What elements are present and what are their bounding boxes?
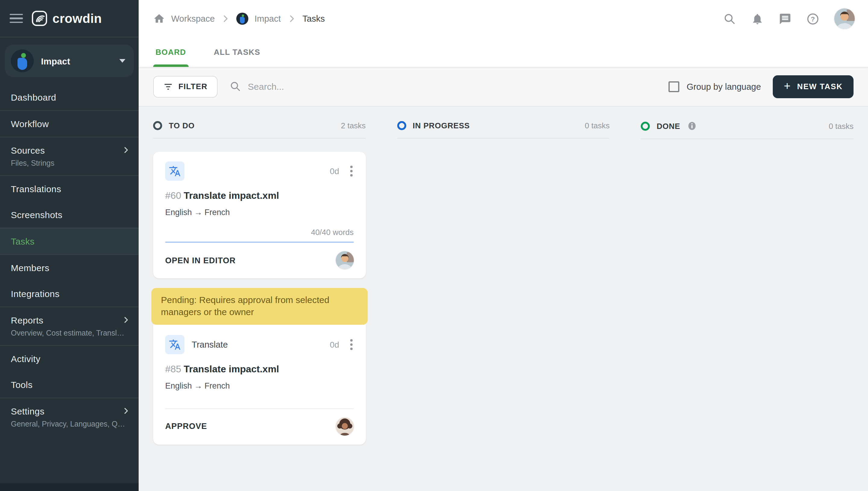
- task-duration: 0d: [330, 166, 339, 176]
- chevron-right-icon: [122, 407, 130, 415]
- pending-approval-banner: Pending: Requires approval from selected…: [151, 288, 367, 324]
- sidebar-item-translations[interactable]: Translations: [0, 175, 139, 202]
- card-header-row: Translate 0d: [165, 335, 354, 354]
- topbar-icons: ?: [723, 8, 855, 29]
- breadcrumb-workspace[interactable]: Workspace: [171, 14, 215, 24]
- chevron-right-icon: [287, 14, 297, 24]
- chevron-right-icon: [122, 146, 130, 154]
- task-id: #60: [165, 191, 181, 201]
- sidebar-item-sources[interactable]: Sources Files, Strings: [0, 137, 139, 175]
- crowdin-wordmark: crowdin: [52, 11, 102, 26]
- app-window: crowdin Impact Dashboard Workflow Source…: [0, 0, 868, 491]
- sidebar-nav: Dashboard Workflow Sources Files, String…: [0, 84, 139, 483]
- search-icon: [230, 81, 241, 92]
- group-by-language-toggle[interactable]: Group by language: [669, 81, 761, 92]
- sidebar: crowdin Impact Dashboard Workflow Source…: [0, 0, 139, 491]
- sidebar-item-reports[interactable]: Reports Overview, Cost estimate, Transl…: [0, 307, 139, 345]
- column-in-progress: IN PROGRESS 0 tasks: [397, 121, 609, 491]
- sidebar-item-tools[interactable]: Tools: [0, 372, 139, 398]
- sidebar-bottom-strip: [0, 483, 139, 491]
- content-area: FILTER Group by language + NEW TASK: [139, 67, 868, 491]
- assignee-avatar[interactable]: [335, 251, 354, 269]
- breadcrumb: Workspace Impact Tasks: [153, 13, 723, 25]
- toolbar: FILTER Group by language + NEW TASK: [139, 67, 868, 107]
- column-todo-title: TO DO: [169, 121, 195, 130]
- column-done: DONE 0 tasks: [641, 121, 853, 491]
- page-header: Workspace Impact Tasks: [139, 0, 868, 67]
- translate-task-icon: [165, 335, 185, 354]
- in-progress-status-icon: [397, 121, 406, 130]
- project-avatar: [11, 49, 34, 72]
- messages-icon[interactable]: [779, 12, 791, 25]
- column-done-count: 0 tasks: [829, 121, 853, 131]
- sidebar-item-screenshots[interactable]: Screenshots: [0, 202, 139, 228]
- column-todo-header: TO DO 2 tasks: [153, 121, 366, 139]
- column-in-progress-title: IN PROGRESS: [413, 121, 470, 130]
- project-name: Impact: [41, 56, 112, 66]
- filter-button[interactable]: FILTER: [153, 76, 218, 97]
- breadcrumb-project[interactable]: Impact: [255, 14, 281, 24]
- task-title[interactable]: #60Translate impact.xml: [165, 191, 354, 201]
- crowdin-logo-icon: [31, 10, 48, 27]
- sidebar-item-workflow[interactable]: Workflow: [0, 110, 139, 137]
- todo-status-icon: [153, 121, 162, 130]
- open-in-editor-button[interactable]: OPEN IN EDITOR: [165, 256, 236, 265]
- sidebar-item-integrations[interactable]: Integrations: [0, 281, 139, 307]
- task-card-60: 0d #60Translate impact.xml English → Fre…: [153, 152, 366, 278]
- kebab-menu-icon[interactable]: [349, 165, 354, 178]
- task-progress-fill: [165, 241, 354, 243]
- task-progress-bar: [165, 241, 354, 243]
- task-card-85: Translate 0d #85Translate impact.xml Eng…: [153, 320, 366, 444]
- project-selector[interactable]: Impact: [5, 45, 134, 77]
- task-duration: 0d: [330, 340, 339, 349]
- view-tabs: BOARD ALL TASKS: [139, 37, 868, 67]
- breadcrumb-project-icon: [236, 13, 249, 25]
- done-status-icon: [641, 121, 650, 131]
- home-icon[interactable]: [153, 13, 165, 25]
- sidebar-logo-bar: crowdin: [0, 0, 139, 37]
- task-type-label: Translate: [192, 340, 228, 349]
- sidebar-item-settings-sublabel: General, Privacy, Languages, Q…: [11, 420, 128, 428]
- filter-icon: [163, 82, 173, 91]
- card-footer: APPROVE: [165, 409, 354, 435]
- sidebar-item-reports-sublabel: Overview, Cost estimate, Transl…: [11, 329, 128, 337]
- search-input[interactable]: [248, 81, 428, 92]
- task-language-pair: English → French: [165, 208, 354, 217]
- help-icon[interactable]: ?: [807, 12, 819, 25]
- sidebar-item-dashboard[interactable]: Dashboard: [0, 84, 139, 110]
- translate-task-icon: [165, 162, 185, 181]
- breadcrumb-page: Tasks: [303, 14, 325, 24]
- task-id: #85: [165, 364, 181, 374]
- sidebar-item-settings[interactable]: Settings General, Privacy, Languages, Q…: [0, 398, 139, 436]
- approve-button[interactable]: APPROVE: [165, 422, 207, 431]
- sidebar-item-tasks[interactable]: Tasks: [0, 228, 139, 254]
- new-task-button[interactable]: + NEW TASK: [773, 75, 853, 98]
- task-board: TO DO 2 tasks 0d #60Trans: [139, 107, 868, 491]
- tab-board[interactable]: BOARD: [153, 37, 188, 67]
- chevron-right-icon: [122, 316, 130, 324]
- kebab-menu-icon[interactable]: [349, 338, 354, 351]
- svg-text:?: ?: [811, 15, 815, 23]
- column-in-progress-header: IN PROGRESS 0 tasks: [397, 121, 609, 139]
- group-by-language-checkbox[interactable]: [669, 81, 679, 92]
- info-icon[interactable]: [687, 121, 697, 131]
- sidebar-item-activity[interactable]: Activity: [0, 345, 139, 372]
- sidebar-item-sources-sublabel: Files, Strings: [11, 159, 128, 168]
- tab-all-tasks[interactable]: ALL TASKS: [211, 37, 262, 67]
- card-header-row: 0d: [165, 162, 354, 181]
- topbar: Workspace Impact Tasks: [139, 0, 868, 37]
- column-in-progress-count: 0 tasks: [585, 121, 609, 130]
- column-done-title: DONE: [657, 121, 680, 131]
- column-done-header: DONE 0 tasks: [641, 121, 853, 139]
- user-avatar[interactable]: [834, 8, 855, 29]
- notifications-bell-icon[interactable]: [751, 12, 764, 25]
- card-footer: OPEN IN EDITOR: [165, 251, 354, 269]
- crowdin-logo[interactable]: crowdin: [31, 10, 102, 27]
- task-title[interactable]: #85Translate impact.xml: [165, 364, 354, 374]
- menu-icon[interactable]: [10, 14, 23, 23]
- assignee-avatar[interactable]: [335, 417, 354, 435]
- plus-icon: +: [784, 80, 791, 92]
- search-icon[interactable]: [723, 12, 736, 25]
- sidebar-item-members[interactable]: Members: [0, 254, 139, 281]
- group-by-language-label: Group by language: [687, 82, 761, 91]
